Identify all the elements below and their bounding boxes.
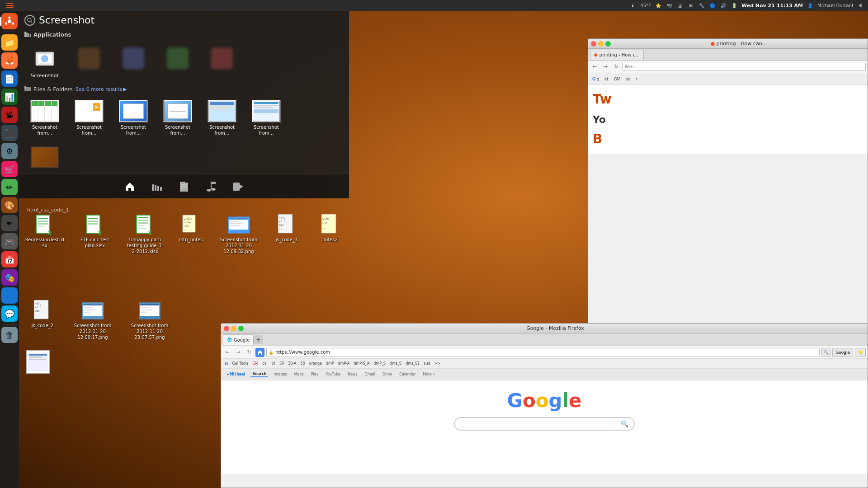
desktop-file-screenshot-2012c[interactable]: Screenshot from 2012-11-20 23:07:57.png xyxy=(125,300,175,340)
ff-google-drive-tab[interactable]: Drive xyxy=(381,372,394,377)
file-item-4[interactable]: Screenshot from... xyxy=(157,97,198,139)
opera-close-button[interactable] xyxy=(591,41,596,47)
gear-icon[interactable]: ⚙ xyxy=(857,2,864,9)
desktop-file-unhappy[interactable]: X Unhappy path testing guide_7-2-2012.xl… xyxy=(125,214,165,254)
firefox-url-bar[interactable]: 🔒 https://www.google.com xyxy=(266,348,820,357)
opera-bookmark-so[interactable]: so xyxy=(624,76,633,82)
firefox-search-box[interactable]: 🔍 xyxy=(821,348,830,357)
firefox-forward-button[interactable]: → xyxy=(234,348,243,357)
app-item-blurred-3[interactable] xyxy=(157,43,198,81)
opera-url-bar[interactable]: Web... xyxy=(623,63,866,71)
launcher-theme-icon[interactable]: 🎭 xyxy=(1,269,18,286)
ff-bookmark-dmss1[interactable]: dms_S1 xyxy=(404,361,421,366)
app-item-blurred-2[interactable] xyxy=(113,43,154,81)
file-item-5[interactable]: Screenshot from... xyxy=(202,97,242,139)
ff-google-more-tab[interactable]: More » xyxy=(421,372,437,377)
ff-google-maps-tab[interactable]: Maps xyxy=(292,372,306,377)
launcher-software-icon[interactable]: 🛒 xyxy=(1,161,18,177)
opera-bookmark-r[interactable]: r xyxy=(634,76,640,82)
firefox-close-button[interactable] xyxy=(224,326,229,331)
opera-forward-button[interactable]: → xyxy=(601,62,610,71)
file-item-6[interactable]: Screenshot from... xyxy=(246,97,287,139)
ff-bookmark-gm[interactable]: GM xyxy=(250,361,260,366)
launcher-terminal-icon[interactable]: ⬛ xyxy=(1,125,18,141)
category-video-button[interactable] xyxy=(230,178,246,195)
desktop-file-unknown[interactable] xyxy=(26,350,50,374)
ff-bookmark-50[interactable]: 50 xyxy=(299,361,307,366)
launcher-files-icon[interactable]: 📁 xyxy=(1,34,18,51)
file-item-1[interactable]: Screenshot from... xyxy=(24,97,65,139)
ff-bookmark-dmps[interactable]: dmP_S xyxy=(372,361,387,366)
firefox-bookmark-star[interactable]: ⭐ xyxy=(855,348,866,357)
app-item-blurred-1[interactable] xyxy=(69,43,109,81)
ff-bookmark-dmss[interactable]: dms_S xyxy=(388,361,403,366)
firefox-add-tab-button[interactable]: + xyxy=(254,335,263,344)
firefox-maximize-button[interactable] xyxy=(238,326,244,331)
ff-bookmark-sud[interactable]: sud xyxy=(422,361,432,366)
opera-bookmark-kt[interactable]: kt xyxy=(602,76,611,82)
launcher-gimp-icon[interactable]: 🎨 xyxy=(1,197,18,213)
ff-google-news-tab[interactable]: News xyxy=(346,372,359,377)
opera-maximize-button[interactable] xyxy=(605,41,611,47)
firefox-back-button[interactable]: ← xyxy=(223,348,232,357)
launcher-unity3d-icon[interactable]: 🎮 xyxy=(1,233,18,249)
opera-reload-button[interactable]: ↻ xyxy=(612,62,621,71)
ff-bookmark-pt[interactable]: pt xyxy=(270,361,277,366)
firefox-reload-button[interactable]: ↻ xyxy=(245,348,254,357)
launcher-firefox-icon[interactable]: 🦊 xyxy=(1,52,18,69)
firefox-google-search[interactable]: Google xyxy=(832,348,853,357)
ff-bookmark-more[interactable]: >> xyxy=(433,361,442,366)
launcher-trash-icon[interactable]: 🗑 xyxy=(1,327,18,343)
ff-google-youtube-tab[interactable]: YouTube xyxy=(324,372,342,377)
firefox-tab-google[interactable]: 🌐 Google xyxy=(223,334,254,345)
desktop-file-jscode2[interactable]: 44}. // D. dms js_code_2 xyxy=(24,300,61,340)
desktop-file-notes2[interactable]: guid -- D ... notes2 xyxy=(312,214,348,254)
ff-google-images-tab[interactable]: Images xyxy=(272,372,288,377)
launcher-impress-icon[interactable]: 📽 xyxy=(1,107,18,123)
datetime-display[interactable]: Wed Nov 21 11:13 AM xyxy=(741,3,803,9)
ff-google-gmail-tab[interactable]: Gmail xyxy=(363,372,377,377)
ff-bookmark-dmpsa[interactable]: dmP-S_A xyxy=(352,361,371,366)
ff-bookmark-orange[interactable]: orange xyxy=(307,361,324,366)
see-more-results-link[interactable]: See 6 more results ▶ xyxy=(75,86,127,92)
app-menu-button[interactable] xyxy=(4,1,16,10)
launcher-writer-icon[interactable]: 📄 xyxy=(1,70,18,87)
desktop-file-screenshot-2012a[interactable]: Screenshot from 2012-11-20 12:09:32.png xyxy=(216,214,261,254)
launcher-skype-icon[interactable]: 💬 xyxy=(1,305,18,322)
desktop-file-jscode3[interactable]: 44}. // D. dms ... js_code_3 xyxy=(269,214,305,254)
desktop-file-regression[interactable]: X RegressionTest.xlsx xyxy=(24,214,65,254)
ff-google-play-tab[interactable]: Play xyxy=(309,372,321,377)
launcher-settings-icon[interactable]: ⚙ xyxy=(1,143,18,159)
ff-bookmark-30a[interactable]: 30-A xyxy=(286,361,298,366)
opera-bookmark-gm[interactable]: GM xyxy=(612,76,623,82)
firefox-minimize-button[interactable] xyxy=(231,326,236,331)
desktop-file-screenshot-2012b[interactable]: Screenshot from 2012-11-20 12:09:17.png xyxy=(68,300,118,340)
app-item-blurred-4[interactable] xyxy=(202,43,242,81)
opera-tab-printing[interactable]: ● printing - How c... xyxy=(590,50,644,60)
app-item-screenshot[interactable]: Screenshot xyxy=(24,43,65,81)
launcher-calendar-icon[interactable]: 📅 xyxy=(1,251,18,267)
category-files-button[interactable] xyxy=(176,178,192,195)
ff-bookmark-30[interactable]: 30 xyxy=(278,361,286,366)
opera-back-button[interactable]: ← xyxy=(590,62,599,71)
launcher-ubuntu-button[interactable] xyxy=(1,13,18,29)
username-display[interactable]: Michael Durrant xyxy=(817,3,854,8)
ff-bookmark-dmp[interactable]: dmP xyxy=(324,361,336,366)
launcher-calc-icon[interactable]: 📊 xyxy=(1,89,18,105)
category-home-button[interactable] xyxy=(122,178,138,195)
launcher-inkscape-icon[interactable]: ✒ xyxy=(1,215,18,231)
file-item-2[interactable]: ▶ Screenshot from... xyxy=(69,97,109,139)
ff-google-michael[interactable]: +Michael xyxy=(225,372,247,377)
launcher-gedit-icon[interactable]: ✏ xyxy=(1,179,18,195)
opera-bookmark-g[interactable]: G g xyxy=(590,76,601,82)
ff-bookmark-guitools[interactable]: Gui Tools xyxy=(230,361,250,366)
desktop-file-fte[interactable]: X FTE calc test plan.xlsx xyxy=(72,214,118,254)
ff-bookmark-cal[interactable]: cal xyxy=(260,361,269,366)
ff-google-search-tab[interactable]: Search xyxy=(250,371,268,377)
category-music-button[interactable] xyxy=(203,178,219,195)
firefox-home-icon[interactable] xyxy=(255,348,264,357)
ff-bookmark-g[interactable]: G xyxy=(223,361,230,366)
google-search-input[interactable]: 🔍 xyxy=(454,417,635,431)
category-apps-button[interactable] xyxy=(149,178,165,195)
file-item-3[interactable]: Screenshot from... xyxy=(113,97,154,139)
